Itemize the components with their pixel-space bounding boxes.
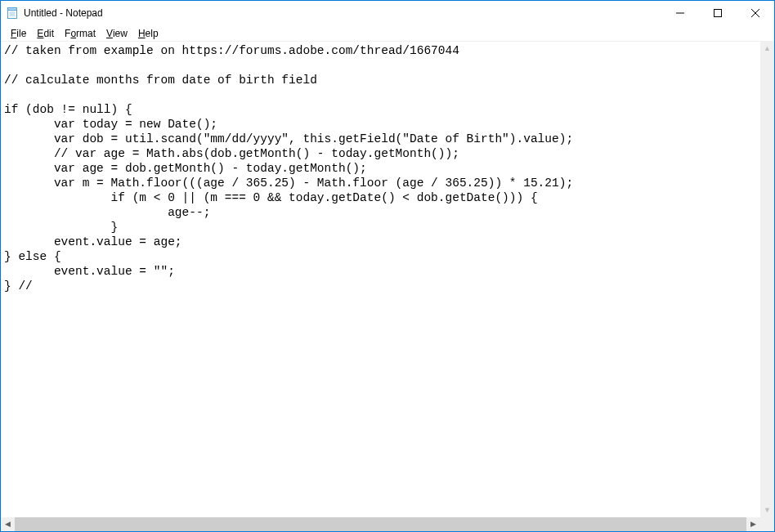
scroll-down-button[interactable]: ▼ <box>760 503 774 517</box>
scrollbar-horizontal[interactable]: ◀ ▶ <box>1 517 760 531</box>
menu-help-rest: elp <box>146 28 159 39</box>
minimize-icon <box>676 9 684 17</box>
notepad-icon <box>6 7 19 20</box>
menu-view[interactable]: View <box>101 27 133 40</box>
maximize-button[interactable] <box>699 1 737 25</box>
scroll-thumb-horizontal[interactable] <box>15 517 746 531</box>
svg-rect-1 <box>8 8 17 11</box>
scroll-track-horizontal[interactable] <box>15 517 746 531</box>
menu-file[interactable]: File <box>6 27 32 40</box>
close-button[interactable] <box>737 1 774 25</box>
scroll-left-button[interactable]: ◀ <box>1 517 15 531</box>
menu-help[interactable]: Help <box>133 27 164 40</box>
scroll-track-vertical[interactable] <box>760 56 774 503</box>
menu-edit-rest: dit <box>43 28 54 39</box>
svg-rect-6 <box>715 10 722 17</box>
chevron-up-icon: ▲ <box>764 45 771 52</box>
menubar: File Edit Format View Help <box>1 25 774 41</box>
chevron-right-icon: ▶ <box>750 521 756 528</box>
menu-edit[interactable]: Edit <box>32 27 60 40</box>
minimize-button[interactable] <box>661 1 699 25</box>
menu-format-rest: rmat <box>76 28 96 39</box>
chevron-left-icon: ◀ <box>5 521 11 528</box>
window-title: Untitled - Notepad <box>24 7 103 19</box>
menu-file-rest: ile <box>16 28 26 39</box>
window-controls <box>661 1 774 25</box>
editor-area: // taken from example on https://forums.… <box>1 42 774 531</box>
scroll-up-button[interactable]: ▲ <box>760 42 774 56</box>
titlebar[interactable]: Untitled - Notepad <box>1 1 774 25</box>
scroll-corner <box>760 517 774 531</box>
text-editor[interactable]: // taken from example on https://forums.… <box>1 42 760 531</box>
chevron-down-icon: ▼ <box>764 507 771 514</box>
scroll-right-button[interactable]: ▶ <box>746 517 760 531</box>
titlebar-left: Untitled - Notepad <box>6 7 103 20</box>
close-icon <box>751 9 759 17</box>
menu-format[interactable]: Format <box>60 27 101 40</box>
scrollbar-vertical[interactable]: ▲ ▼ <box>760 42 774 517</box>
maximize-icon <box>714 9 722 17</box>
menu-view-rest: iew <box>113 28 128 39</box>
content-wrapper: // taken from example on https://forums.… <box>1 41 774 531</box>
notepad-window: Untitled - Notepad File Edit <box>0 0 775 532</box>
